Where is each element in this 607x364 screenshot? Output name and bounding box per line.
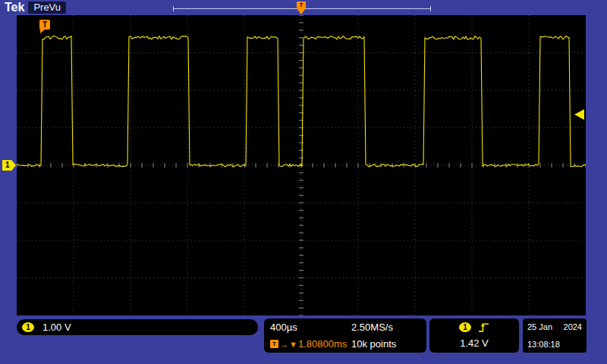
timebase-value: 400µs [270,322,351,333]
horizontal-readout[interactable]: 400µs 2.50MS/s T → ▼ 1.80800ms 10k point… [264,318,426,353]
acquisition-status: PreVu [28,2,66,14]
graticule-svg [17,15,586,315]
trigger-delay-readout: T → ▼ 1.80800ms [270,338,351,350]
tek-logo: Tek [5,1,24,14]
trigger-slope-rising-icon [478,322,489,333]
ch1-ground-marker[interactable]: 1 [2,160,16,171]
graticule-area: T [17,15,586,315]
record-end-tick [430,6,431,11]
ch1-scale-readout[interactable]: 1 1.00 V [17,319,258,335]
trigger-point-flag[interactable]: T [39,20,50,30]
trigger-position-marker[interactable]: T [296,2,307,15]
trigger-source-badge[interactable]: 1 [459,322,471,332]
trigger-delay-marker-icon: ▼ [289,340,297,349]
trigger-position-flag: T [297,2,306,8]
ch1-trace [17,36,586,166]
top-status-bar: Tek PreVu [5,1,66,14]
sample-rate-value: 2.50MS/s [351,322,420,333]
datetime-readout: 25 Jan 2024 13:08:18 [523,318,587,353]
trigger-readout[interactable]: 1 1.42 V [429,318,519,353]
trigger-delay-arrow-icon: → [280,340,288,349]
record-length-value: 10k points [351,338,420,350]
date-value: 25 Jan [527,322,552,331]
trigger-level-value: 1.42 V [460,337,489,349]
trigger-delay-flag-icon: T [270,340,278,348]
ch1-badge[interactable]: 1 [22,322,34,332]
oscilloscope-ui: Tek PreVu T T 1 1 1.00 V 400µs 2.50MS/s … [0,0,607,364]
ch1-vertical-scale: 1.00 V [42,322,71,333]
time-value: 13:08:18 [527,340,582,349]
year-value: 2024 [564,322,582,331]
trigger-delay-value: 1.80800ms [298,338,347,350]
trigger-position-arrow-icon [297,8,306,14]
